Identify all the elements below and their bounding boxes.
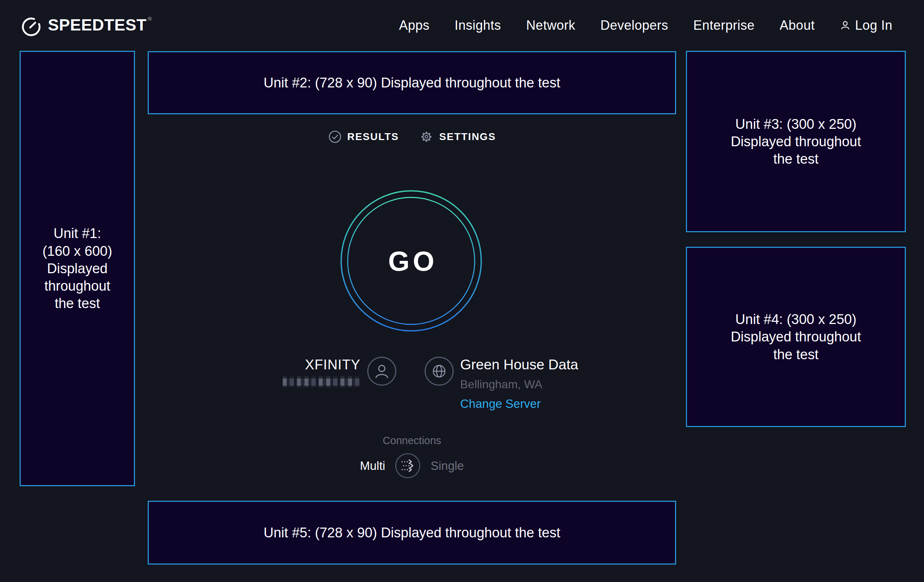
nav-item-developers[interactable]: Developers: [600, 18, 668, 33]
isp-name: XFINITY: [305, 357, 360, 373]
server-block: Green House Data Bellingham, WA Change S…: [424, 351, 578, 411]
nav-item-enterprise[interactable]: Enterprise: [693, 18, 754, 33]
ad-unit-1[interactable]: Unit #1: (160 x 600) Displayed throughou…: [20, 51, 135, 486]
go-button[interactable]: GO: [340, 190, 482, 332]
globe-icon: [424, 356, 454, 386]
ad-unit-1-label: Unit #1: (160 x 600) Displayed throughou…: [43, 224, 112, 312]
ad-unit-4-label: Unit #4: (300 x 250) Displayed throughou…: [731, 311, 861, 363]
login-button[interactable]: Log In: [840, 18, 893, 33]
connection-info-row: XFINITY Green House Data Bellingham, WA …: [148, 351, 676, 416]
gear-icon: [419, 130, 434, 144]
ad-unit-2[interactable]: Unit #2: (728 x 90) Displayed throughout…: [148, 51, 676, 114]
check-circle-icon: [328, 130, 342, 144]
ad-unit-3-label: Unit #3: (300 x 250) Displayed throughou…: [731, 115, 861, 168]
server-location: Bellingham, WA: [460, 378, 578, 391]
server-name: Green House Data: [460, 357, 578, 373]
tab-settings-label: SETTINGS: [439, 131, 496, 143]
connections-single-option[interactable]: Single: [431, 459, 464, 473]
nav-item-about[interactable]: About: [780, 18, 815, 33]
server-text: Green House Data Bellingham, WA Change S…: [460, 357, 578, 411]
speedtest-logo[interactable]: SPEEDTEST ®: [20, 13, 152, 37]
connections-multi-option[interactable]: Multi: [360, 459, 385, 473]
ad-unit-5[interactable]: Unit #5: (728 x 90) Displayed throughout…: [148, 501, 676, 565]
top-nav-bar: SPEEDTEST ® Apps Insights Network Develo…: [0, 0, 924, 51]
main-nav: Apps Insights Network Developers Enterpr…: [399, 18, 893, 33]
connections-mode-toggle[interactable]: [394, 452, 421, 479]
go-button-label: GO: [340, 190, 482, 332]
nav-item-network[interactable]: Network: [526, 18, 576, 33]
ad-unit-4[interactable]: Unit #4: (300 x 250) Displayed throughou…: [686, 247, 906, 427]
logo-trademark: ®: [148, 13, 152, 24]
ad-unit-2-label: Unit #2: (728 x 90) Displayed throughout…: [264, 74, 560, 91]
tab-results-label: RESULTS: [347, 131, 399, 143]
speedtest-gauge-icon: [20, 14, 43, 37]
ad-unit-5-label: Unit #5: (728 x 90) Displayed throughout…: [264, 524, 560, 541]
censored-ip-address: [283, 376, 360, 387]
nav-item-apps[interactable]: Apps: [399, 18, 429, 33]
speedtest-page: SPEEDTEST ® Apps Insights Network Develo…: [0, 0, 924, 582]
login-label: Log In: [855, 18, 893, 33]
results-settings-tabs: RESULTS: [148, 130, 676, 144]
tab-results[interactable]: RESULTS: [328, 130, 399, 144]
tab-settings[interactable]: SETTINGS: [419, 130, 496, 144]
connections-toggle-row: Multi Single: [148, 452, 676, 479]
change-server-link[interactable]: Change Server: [460, 397, 578, 411]
isp-text: XFINITY: [283, 357, 360, 387]
user-icon: [840, 20, 851, 31]
multi-connection-arrows-icon: [394, 452, 421, 479]
nav-item-insights[interactable]: Insights: [455, 18, 501, 33]
isp-user-icon: [367, 356, 397, 386]
connections-heading: Connections: [148, 434, 676, 447]
logo-wordmark: SPEEDTEST: [48, 13, 147, 37]
connections-section: Connections Multi Single: [148, 434, 676, 479]
ad-unit-3[interactable]: Unit #3: (300 x 250) Displayed throughou…: [686, 51, 906, 232]
isp-block: XFINITY: [283, 351, 397, 387]
